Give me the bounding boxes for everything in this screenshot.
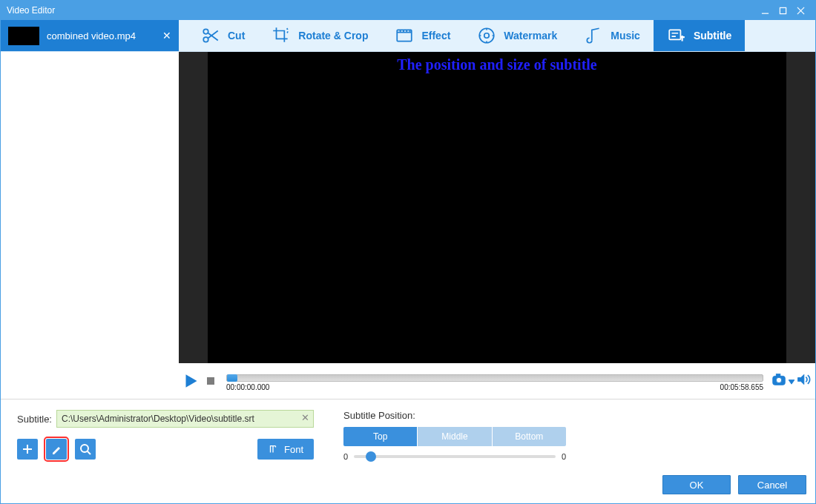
slider-max: 0 bbox=[562, 452, 566, 461]
svg-rect-16 bbox=[776, 374, 780, 377]
clear-subtitle-icon[interactable]: ✕ bbox=[299, 412, 311, 424]
slider-thumb[interactable] bbox=[366, 451, 376, 462]
edit-subtitle-highlight bbox=[44, 437, 69, 462]
music-icon bbox=[584, 26, 603, 45]
player-row: 00:00:00.000 00:05:58.655 bbox=[179, 363, 815, 399]
tab-music[interactable]: Music bbox=[570, 20, 654, 51]
minimize-button[interactable] bbox=[756, 1, 774, 19]
main-row: The position and size of subtitle 00:00:… bbox=[1, 52, 815, 399]
scissors-icon bbox=[201, 26, 220, 45]
svg-rect-1 bbox=[780, 7, 786, 13]
seek-bar[interactable] bbox=[226, 374, 763, 382]
cancel-button[interactable]: Cancel bbox=[738, 475, 806, 494]
font-button-label: Font bbox=[284, 444, 303, 455]
dialog-buttons: OK Cancel bbox=[1, 471, 815, 503]
tab-label: Cut bbox=[228, 30, 245, 42]
tab-effect[interactable]: Effect bbox=[381, 20, 464, 51]
svg-point-4 bbox=[203, 29, 208, 34]
svg-point-9 bbox=[480, 28, 495, 43]
snapshot-button[interactable] bbox=[771, 371, 787, 391]
total-time: 00:05:58.655 bbox=[720, 383, 763, 391]
controls-panel: Subtitle: ✕ bbox=[1, 399, 815, 471]
video-area: The position and size of subtitle bbox=[179, 52, 815, 363]
tab-label: Subtitle bbox=[694, 30, 731, 42]
file-tab[interactable]: combined video.mp4 ✕ bbox=[1, 20, 179, 51]
position-segmented: Top Middle Bottom bbox=[343, 427, 566, 446]
video-preview[interactable]: The position and size of subtitle bbox=[208, 52, 786, 363]
window: Video Editor combined video.mp4 ✕ Cut Ro… bbox=[0, 0, 816, 504]
subtitle-label: Subtitle: bbox=[17, 414, 52, 425]
file-thumbnail bbox=[8, 27, 39, 45]
ok-button[interactable]: OK bbox=[662, 475, 731, 494]
position-middle[interactable]: Middle bbox=[417, 427, 491, 446]
svg-point-21 bbox=[81, 445, 88, 452]
position-bottom[interactable]: Bottom bbox=[492, 427, 566, 446]
tab-watermark[interactable]: Watermark bbox=[464, 20, 570, 51]
svg-marker-18 bbox=[798, 374, 804, 384]
preview-column: The position and size of subtitle 00:00:… bbox=[179, 52, 815, 399]
add-subtitle-button[interactable] bbox=[17, 439, 38, 460]
window-title: Video Editor bbox=[7, 5, 756, 16]
edit-subtitle-button[interactable] bbox=[46, 439, 67, 460]
tab-label: Effect bbox=[421, 30, 450, 42]
current-time: 00:00:00.000 bbox=[226, 383, 269, 391]
sidebar bbox=[1, 52, 179, 399]
seek-bar-wrap: 00:00:00.000 00:05:58.655 bbox=[222, 371, 768, 391]
svg-rect-11 bbox=[669, 30, 680, 39]
tab-label: Music bbox=[611, 30, 640, 42]
svg-rect-13 bbox=[207, 377, 214, 385]
tab-label: Rotate & Crop bbox=[298, 30, 368, 42]
slider-min: 0 bbox=[343, 452, 348, 461]
player-right-icons bbox=[771, 371, 811, 391]
watermark-icon bbox=[477, 26, 496, 45]
svg-marker-12 bbox=[186, 374, 197, 388]
subtitle-controls: Subtitle: ✕ bbox=[17, 410, 314, 463]
tab-rotate-crop[interactable]: Rotate & Crop bbox=[258, 20, 381, 51]
effect-icon bbox=[395, 26, 414, 45]
tab-cut[interactable]: Cut bbox=[188, 20, 258, 51]
maximize-button[interactable] bbox=[774, 1, 792, 19]
tool-row: Cut Rotate & Crop Effect Watermark Music… bbox=[179, 20, 815, 51]
file-name: combined video.mp4 bbox=[47, 30, 155, 42]
position-label: Subtitle Position: bbox=[343, 410, 566, 421]
stop-button[interactable] bbox=[203, 373, 219, 389]
font-button[interactable]: Font bbox=[257, 439, 314, 460]
tab-subtitle[interactable]: Subtitle bbox=[654, 20, 745, 51]
volume-button[interactable] bbox=[796, 372, 811, 390]
crop-icon bbox=[272, 26, 291, 45]
position-controls: Subtitle Position: Top Middle Bottom 0 0 bbox=[343, 410, 566, 463]
position-top[interactable]: Top bbox=[343, 427, 417, 446]
close-file-icon[interactable]: ✕ bbox=[162, 30, 171, 42]
search-subtitle-button[interactable] bbox=[75, 439, 96, 460]
svg-point-15 bbox=[776, 377, 781, 382]
subtitle-icon bbox=[667, 26, 686, 45]
subtitle-path-input[interactable] bbox=[56, 410, 314, 428]
title-bar: Video Editor bbox=[1, 1, 815, 20]
close-button[interactable] bbox=[792, 1, 809, 19]
svg-point-10 bbox=[484, 33, 490, 39]
tab-label: Watermark bbox=[504, 30, 557, 42]
position-slider[interactable] bbox=[354, 455, 556, 458]
top-row: combined video.mp4 ✕ Cut Rotate & Crop E… bbox=[1, 20, 815, 52]
play-button[interactable] bbox=[183, 373, 200, 389]
svg-line-22 bbox=[88, 451, 91, 454]
svg-marker-17 bbox=[789, 380, 794, 385]
svg-point-5 bbox=[203, 37, 208, 42]
snapshot-dropdown-icon[interactable] bbox=[789, 374, 794, 388]
subtitle-overlay: The position and size of subtitle bbox=[208, 56, 786, 73]
